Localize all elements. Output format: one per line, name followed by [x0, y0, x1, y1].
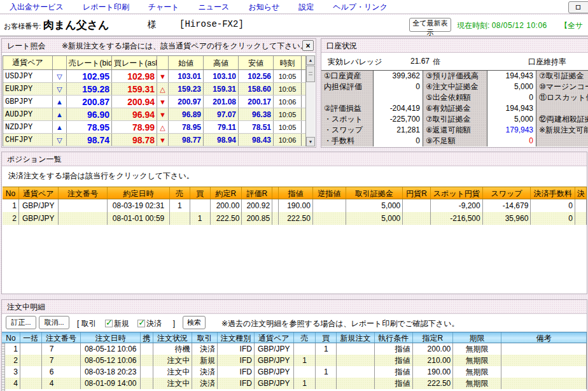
rate-row-EURJPY[interactable]: EURJPY▽159.28159.31△159.23159.31158.6010… [3, 83, 315, 96]
bid-trend-icon: ▲ [53, 121, 67, 133]
order-cell: 7 [42, 343, 81, 355]
rate-col-header: 高値 [204, 56, 239, 69]
logout-button[interactable]: ロ [568, 1, 588, 13]
rate-row-USDJPY[interactable]: USDJPY▽102.95102.98▼103.01103.10102.5610… [3, 70, 315, 83]
low-rate: 102.56 [239, 70, 274, 82]
positions-panel-title: ポジション一覧 [7, 155, 61, 164]
account-field-label: ⑪ロスカット値 [536, 92, 588, 103]
platform-name: [Hirose-FX2] [179, 19, 244, 29]
account-grid-row: ・手数料0⑨不足額0 [321, 136, 588, 146]
order-cell [316, 378, 337, 389]
order-cell: GBP/JPY [255, 343, 294, 355]
position-cell [403, 212, 431, 225]
open-rate: 103.01 [169, 70, 204, 82]
positions-header-row: No通貨ペア注文番号約定日時売買約定R評価R指値逆指値取引証拠金円貨Rスポット円… [3, 187, 587, 199]
rate-row-GBPJPY[interactable]: GBPJPY▲200.87200.94▼200.97201.08200.1710… [3, 96, 315, 108]
account-grid-row: 内担保評価0④注文中証拠金5,000⑩マージンコール値 [321, 82, 588, 92]
order-cell [141, 378, 153, 389]
positions-col-header: スポット円貨 [431, 187, 483, 199]
currency-pair: USDJPY [3, 70, 53, 82]
menu-item-4[interactable]: お知らせ [239, 0, 289, 13]
close-icon[interactable]: × [302, 40, 314, 51]
orders-left-scrollbar[interactable] [2, 343, 5, 391]
order-row[interactable]: 3608-03-18 20:23注文中決済IFDGBP/JPY1指値190.00… [2, 366, 587, 378]
customer-name: 肉まん父さん [43, 18, 109, 32]
position-cell [313, 212, 346, 225]
ask-trend-icon: ▼ [157, 70, 169, 82]
positions-col-header: スワップ [483, 187, 531, 199]
orders-col-header: 注文状況 [153, 332, 193, 343]
position-cell: 08-01-01 00:59 [108, 212, 170, 225]
orders-panel-title: 注文中明細 [7, 302, 45, 311]
quote-time: 10:05 [274, 121, 302, 133]
positions-col-header: No [3, 187, 19, 199]
bid-rate: 102.95 [67, 70, 112, 82]
position-cell: 1 [170, 199, 190, 212]
checkbox-new-checked-icon[interactable] [105, 320, 113, 327]
menu-item-6[interactable]: ヘルプ・リンク [323, 0, 397, 13]
account-field-label: ⑤出金依頼額 [423, 92, 487, 103]
account-field-value [374, 92, 423, 103]
rate-row-AUDJPY[interactable]: AUDJPY▲96.9096.94▼96.8997.0796.3810:05 [3, 108, 315, 121]
quote-time: 10:05 [274, 83, 302, 95]
order-cell [337, 355, 375, 366]
scrollbar-thumb[interactable] [306, 66, 315, 82]
scroll-up-icon[interactable]: ▲ [306, 55, 315, 65]
menu-item-3[interactable]: ニュース [189, 0, 239, 13]
positions-col-header [272, 187, 279, 199]
current-time: 現在時刻: 08/05/12 10:06 [457, 20, 547, 31]
order-cell: IFD [218, 343, 255, 355]
scroll-down-icon[interactable]: ▼ [306, 137, 315, 146]
rate-row-CHFJPY[interactable]: CHFJPY▽98.7498.78▼98.7798.9498.4310:06 [3, 134, 315, 146]
rate-row-NZDJPY[interactable]: NZDJPY▲78.9578.99△78.9579.1178.5110:05 [3, 121, 315, 134]
rate-col-header: 時刻 [274, 56, 302, 69]
ask-rate: 98.78 [112, 134, 157, 146]
menu-item-2[interactable]: チャート [139, 0, 189, 13]
order-row[interactable]: 2708-05-12 10:06注文中新規IFDGBP/JPY1指値210.00… [2, 355, 587, 366]
search-button[interactable]: 検索 [183, 316, 206, 329]
order-row[interactable]: 4408-01-09 14:00注文中決済IFDGBP/JPY1指値222.50… [2, 378, 587, 389]
quote-time: 10:06 [274, 134, 302, 146]
menu-item-1[interactable]: レポート印刷 [73, 0, 139, 13]
order-cell: 08-01-09 14:00 [81, 378, 140, 389]
top-right-partial-text: 【全サ [560, 20, 583, 31]
high-rate: 201.08 [204, 96, 239, 108]
ask-trend-icon: ▼ [157, 96, 169, 108]
rate-table-header-row: 通貨ペア売レート(bid)買レート(ask)始値高値安値時刻 [3, 56, 315, 70]
order-cell: 決済 [192, 378, 218, 389]
menu-item-0[interactable]: 入出金サービス [0, 0, 73, 13]
order-cell: 200.00 [413, 343, 454, 355]
menu-item-5[interactable]: 設定 [289, 0, 323, 13]
bid-trend-icon: ▽ [53, 134, 67, 146]
positions-col-header: 買 [190, 187, 211, 199]
account-panel-title-bar: 口座状況 [321, 39, 588, 53]
low-rate: 78.51 [239, 121, 274, 133]
cancel-order-button[interactable]: 取消... [39, 316, 69, 329]
position-row[interactable]: 2GBP/JPY08-01-01 00:591222.50200.85222.5… [3, 212, 587, 225]
rate-table-scrollbar[interactable]: ▲ ▼ [305, 55, 315, 146]
account-field-label: ・手数料 [321, 136, 374, 146]
bid-rate: 200.87 [67, 96, 112, 108]
order-cell: 決済 [192, 343, 218, 355]
order-row[interactable]: 1708-05-12 10:06待機決済IFDGBP/JPY1指値200.00無… [2, 343, 587, 355]
account-field-label: ※新規注文可能額 [536, 125, 588, 136]
order-cell [20, 366, 42, 378]
account-field-label: ④注文中証拠金 [423, 82, 487, 92]
position-cell: 190.00 [279, 199, 313, 212]
order-cell [337, 378, 375, 389]
refresh-all-button[interactable]: 全て最新表示 [409, 18, 451, 32]
position-row[interactable]: 1GBP/JPY08-03-19 02:311200.00200.92190.0… [3, 199, 587, 212]
fix-order-button[interactable]: 訂正... [6, 316, 36, 329]
position-cell [272, 212, 279, 225]
customer-number-label: お客様番号: [4, 22, 41, 31]
bid-rate: 78.95 [67, 121, 112, 133]
leverage-value: 21.67 [391, 57, 430, 66]
positions-col-header: 通貨ペア [19, 187, 59, 199]
account-field-value: 5,000 [487, 82, 536, 92]
account-field-label: ①口座資産 [321, 71, 374, 82]
open-rate: 78.95 [169, 121, 204, 133]
ask-rate: 200.94 [112, 96, 157, 108]
positions-col-header: 決 [575, 187, 587, 199]
checkbox-settle-checked-icon[interactable] [137, 320, 145, 327]
position-cell: 200.00 [211, 199, 242, 212]
